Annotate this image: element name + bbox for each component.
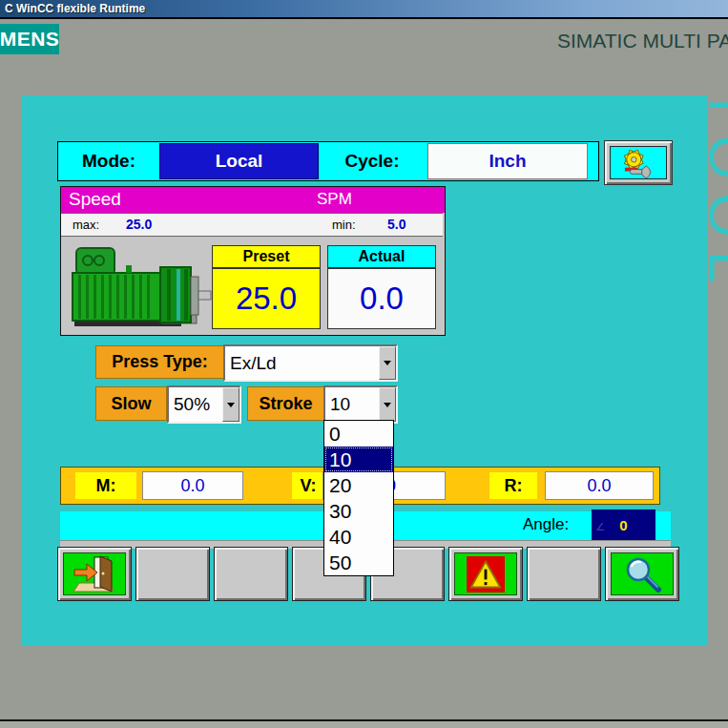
gear-wrench-icon: [610, 146, 667, 179]
actual-value: 0.0: [327, 268, 436, 329]
stroke-option[interactable]: 50: [324, 550, 393, 575]
exit-button[interactable]: [57, 547, 132, 601]
warning-triangle-icon: [467, 556, 505, 593]
angle-value-field[interactable]: ∠ 0: [592, 510, 655, 541]
preset-header: Preset: [212, 245, 321, 268]
window-bottom-edge: [0, 721, 728, 728]
max-label: max:: [73, 218, 99, 232]
magnify-button[interactable]: [605, 547, 679, 601]
slow-value: 50%: [169, 387, 222, 422]
title-bar[interactable]: C WinCC flexible Runtime: [0, 0, 728, 19]
cycle-value-field[interactable]: Inch: [427, 143, 588, 179]
max-value: 25.0: [126, 217, 152, 232]
stroke-value: 10: [325, 387, 379, 422]
chevron-down-icon[interactable]: [379, 387, 396, 422]
angle-icon: ∠: [595, 521, 605, 533]
slow-label: Slow: [95, 386, 167, 421]
press-type-select[interactable]: Ex/Ld: [223, 344, 398, 382]
runtime-window: C WinCC flexible Runtime MENS SIMATIC MU…: [0, 0, 728, 728]
motor-icon: [71, 244, 212, 332]
speed-panel: Speed SPM max: 25.0 min: 5.0: [60, 186, 446, 336]
angle-label: Angle:: [523, 515, 569, 534]
stroke-select[interactable]: 10: [323, 385, 398, 424]
cycle-label: Cycle:: [317, 142, 427, 180]
press-type-value: Ex/Ld: [225, 346, 379, 380]
mode-label: Mode:: [58, 142, 159, 180]
min-value: 5.0: [387, 217, 406, 232]
press-type-label: Press Type:: [95, 345, 224, 379]
stroke-option[interactable]: 30: [324, 498, 393, 524]
magnifier-icon: [611, 552, 674, 595]
stroke-option[interactable]: 40: [324, 524, 393, 550]
exit-door-icon: [63, 552, 126, 595]
m-value-field[interactable]: 0.0: [142, 471, 243, 500]
min-label: min:: [332, 218, 356, 232]
window-title: C WinCC flexible Runtime: [0, 0, 728, 17]
blank-button-1[interactable]: [135, 547, 210, 601]
siemens-logo-text: MENS: [0, 28, 59, 51]
stroke-label: Stroke: [247, 386, 324, 421]
r-label: R:: [489, 472, 537, 499]
preset-value[interactable]: 25.0: [212, 268, 321, 329]
chevron-down-icon[interactable]: [222, 387, 239, 422]
speed-panel-header: Speed SPM: [61, 187, 445, 213]
mode-value-button[interactable]: Local: [159, 143, 319, 179]
stroke-option[interactable]: 20: [324, 472, 393, 498]
mode-cycle-strip: Mode: Local Cycle: Inch: [57, 141, 599, 181]
settings-button[interactable]: [604, 140, 673, 185]
angle-value: 0: [619, 517, 627, 533]
blank-button-2[interactable]: [214, 547, 288, 601]
alarm-button[interactable]: [448, 547, 523, 601]
speed-limits-row: max: 25.0 min: 5.0: [61, 213, 443, 237]
v-label: V:: [292, 472, 324, 499]
chevron-down-icon[interactable]: [379, 346, 396, 380]
slow-select[interactable]: 50%: [167, 385, 241, 424]
speed-unit-label: SPM: [317, 190, 352, 209]
m-label: M:: [75, 472, 136, 499]
tool-watermark: TOOL: [710, 88, 728, 296]
r-value-field[interactable]: 0.0: [545, 471, 654, 500]
blank-button-5[interactable]: [527, 547, 601, 601]
actual-header: Actual: [327, 245, 436, 268]
simatic-product-label: SIMATIC MULTI PA: [557, 30, 728, 52]
stroke-dropdown-list: 0 10 20 30 40 50: [323, 420, 394, 576]
stroke-option-selected[interactable]: 10: [324, 447, 393, 472]
stroke-option[interactable]: 0: [324, 421, 393, 447]
speed-title: Speed: [69, 189, 121, 210]
siemens-logo: MENS: [0, 24, 59, 54]
